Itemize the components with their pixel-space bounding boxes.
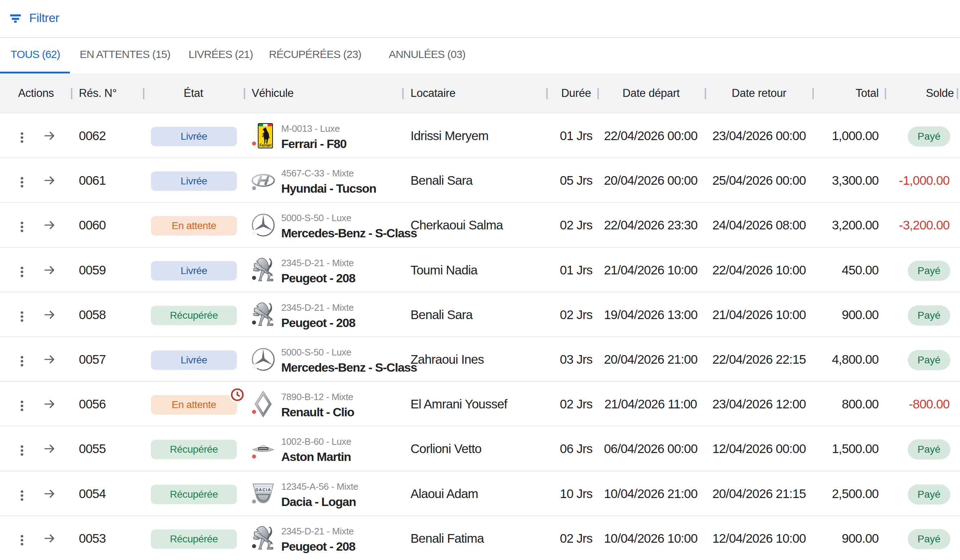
svg-text:DACIA: DACIA <box>255 487 271 491</box>
svg-text:Ferrari: Ferrari <box>259 143 272 147</box>
